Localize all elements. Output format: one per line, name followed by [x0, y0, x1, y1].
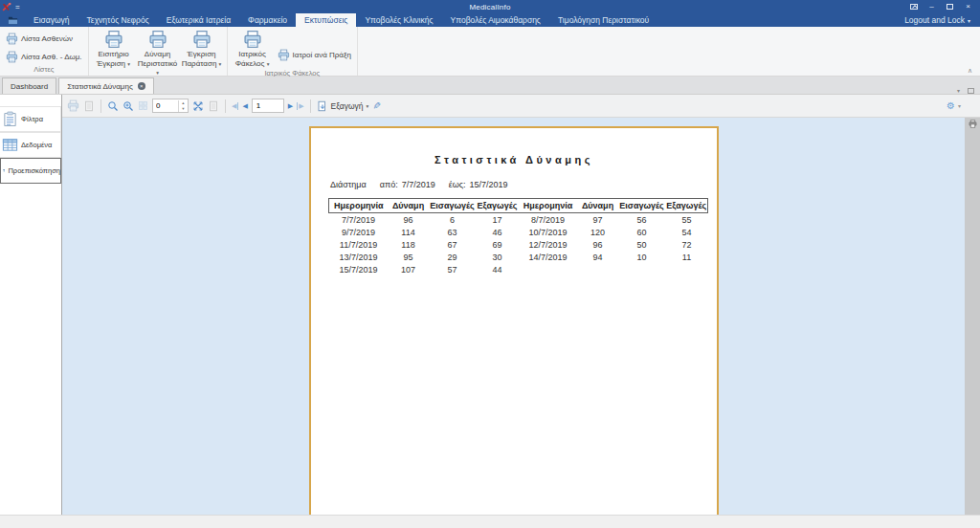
report-table-cell: 55 [666, 213, 708, 227]
report-table-cell: 97 [578, 213, 618, 227]
print-button[interactable] [67, 99, 79, 112]
chevron-down-icon: ▾ [219, 61, 222, 67]
tab-timologisi-peristatikou[interactable]: Τιμολόγηση Περιστατικού [549, 13, 657, 27]
ribbon-display-options-button[interactable] [905, 1, 922, 12]
report-table-header-cell: Εξαγωγές [666, 199, 708, 213]
doc-tab-statistika-dynamis[interactable]: Στατιστικά Δύναμης × [58, 77, 154, 94]
report-table: ΗμερομηνίαΔύναμηΕισαγωγέςΕξαγωγέςΗμερομη… [328, 198, 708, 275]
tab-ypoboles-aimokatharsis[interactable]: Υποβολές Αιμοκάθαρσης [442, 13, 549, 27]
vertical-scrollbar[interactable] [965, 118, 980, 515]
report-table-cell: 120 [578, 226, 618, 238]
zoom-value-input[interactable] [153, 99, 178, 112]
chevron-down-icon: ▾ [127, 61, 130, 67]
titlebar: = MedicalInfo – × [0, 0, 980, 13]
ribbon-group-label: Λίστες [3, 64, 85, 76]
close-tab-icon[interactable]: × [138, 82, 145, 90]
printer-mini-icon[interactable] [969, 120, 977, 128]
file-menu-button[interactable] [0, 13, 25, 27]
report-table-cell: 6 [429, 213, 477, 227]
tab-exoterika-iatreia[interactable]: Εξωτερικά Ιατρεία [158, 13, 239, 27]
next-page-button[interactable]: ▶ [288, 102, 293, 110]
ribbon-group-iatrikos-fakelos: Ιατρικός Φάκελος ▾ Ιατροί ανά Πράξη Ιατρ… [228, 27, 358, 76]
tab-texnitos-nefros[interactable]: Τεχνητός Νεφρός [78, 13, 158, 27]
chevron-down-icon[interactable]: ▾ [958, 102, 961, 109]
report-table-cell: 67 [429, 238, 477, 251]
printer-icon [6, 33, 18, 45]
page-number-input[interactable] [252, 99, 284, 113]
report-table-header-cell: Ημερομηνία [519, 199, 578, 213]
ribbon-group-ektyposeis-peristatikon: Εισιτήριο Έγκριση ▾ Δύναμη Περιστατικό ▾… [89, 27, 228, 76]
zoom-in-button[interactable] [122, 100, 134, 112]
fit-page-button[interactable] [192, 100, 204, 112]
tab-eisagogi[interactable]: Εισαγωγή [25, 13, 78, 27]
logout-and-lock-button[interactable]: Logout and Lock ▾ [895, 13, 980, 27]
gear-icon[interactable]: ⚙ [947, 100, 955, 111]
page-icon [208, 100, 219, 112]
sidebar-item-dedomena[interactable]: Δεδομένα [0, 132, 61, 158]
report-table-cell: 46 [477, 226, 519, 238]
edit-button[interactable]: ✎ [371, 101, 382, 109]
export-icon [317, 100, 328, 112]
maximize-button[interactable] [942, 1, 958, 12]
report-table-cell: 63 [429, 226, 477, 238]
report-table-cell: 12/7/2019 [519, 238, 578, 251]
minimize-button[interactable]: – [924, 1, 940, 12]
sidebar-item-filtra[interactable]: Φίλτρα [0, 106, 61, 132]
doc-tab-dashboard[interactable]: Dashboard [2, 77, 56, 94]
sidebar-item-proepiskopisi[interactable]: Προεπισκόπηση [0, 158, 61, 184]
to-label: έως: [449, 180, 466, 189]
report-table-row: 7/7/2019966178/7/2019975655 [329, 213, 708, 227]
report-table-cell: 14/7/2019 [519, 251, 578, 263]
first-page-button[interactable]: ◀ [232, 102, 238, 110]
fit-width-button[interactable] [208, 100, 219, 112]
report-table-header-cell: Δύναμη [578, 199, 618, 213]
grid-pages-icon [138, 100, 148, 111]
approval-extension-button[interactable]: Έγκριση Παράταση ▾ [180, 29, 224, 68]
report-table-cell: 50 [618, 238, 666, 251]
report-table-cell: 30 [477, 251, 519, 263]
previous-page-button[interactable]: ◀ [242, 102, 247, 110]
report-table-cell: 94 [578, 251, 618, 263]
ticket-approval-button[interactable]: Εισιτήριο Έγκριση ▾ [92, 29, 136, 68]
quick-print-button[interactable] [83, 100, 95, 112]
report-table-cell [519, 263, 578, 275]
document-tab-bar: Dashboard Στατιστικά Δύναμης × ▾ [0, 77, 980, 95]
export-button[interactable]: Εξαγωγή ▾ [317, 100, 369, 112]
report-table-cell: 54 [666, 226, 708, 238]
report-table-cell: 7/7/2019 [329, 213, 389, 227]
tab-ypoboles-klinikis[interactable]: Υποβολές Κλινικής [356, 13, 441, 27]
table-icon [2, 137, 18, 153]
collapse-ribbon-icon[interactable]: ∧ [968, 67, 972, 74]
multiple-pages-button[interactable] [138, 100, 148, 111]
tab-ektyposeis[interactable]: Εκτυπώσεις [296, 13, 356, 27]
tab-farmakeio[interactable]: Φαρμακείο [239, 13, 296, 27]
report-table-row: 9/7/2019114634610/7/20191206054 [329, 226, 708, 238]
report-table-header-cell: Ημερομηνία [329, 199, 389, 213]
report-table-cell: 72 [666, 238, 708, 251]
power-case-button[interactable]: Δύναμη Περιστατικό ▾ [136, 29, 180, 77]
content-region: Φίλτρα Δεδομένα Προεπισκόπηση [0, 95, 980, 515]
doctors-per-act-button[interactable]: Ιατροί ανά Πράξη [275, 48, 354, 62]
list-patients-rooms-button[interactable]: Λίστα Ασθ. - Δωμ. [3, 50, 85, 64]
report-table-cell [578, 263, 618, 275]
printer-icon [278, 49, 290, 61]
app-title: MedicalInfo [0, 3, 980, 11]
close-button[interactable]: × [960, 1, 976, 12]
spin-down-icon[interactable]: ▾ [179, 106, 188, 112]
report-table-cell: 10/7/2019 [519, 226, 578, 238]
medical-file-button[interactable]: Ιατρικός Φάκελος ▾ [231, 29, 275, 68]
zoom-spin-buttons[interactable]: ▴ ▾ [178, 100, 188, 112]
restore-panel-icon[interactable] [968, 88, 974, 94]
printer-icon [104, 30, 123, 49]
list-patients-button[interactable]: Λίστα Ασθενών [3, 32, 85, 46]
report-table-cell: 96 [389, 213, 429, 227]
magnifier-button[interactable] [107, 100, 119, 112]
chevron-down-icon: ▾ [156, 70, 159, 76]
report-table-cell: 57 [429, 263, 477, 275]
pin-icon[interactable]: ▾ [957, 87, 960, 94]
fit-page-icon [192, 100, 204, 112]
last-page-button[interactable]: ▶ [297, 102, 303, 110]
report-table-cell: 11/7/2019 [329, 238, 389, 251]
report-table-header-cell: Εισαγωγές [429, 199, 477, 213]
ribbon: Λίστα Ασθενών Λίστα Ασθ. - Δωμ. Λίστες Ε… [0, 27, 980, 77]
